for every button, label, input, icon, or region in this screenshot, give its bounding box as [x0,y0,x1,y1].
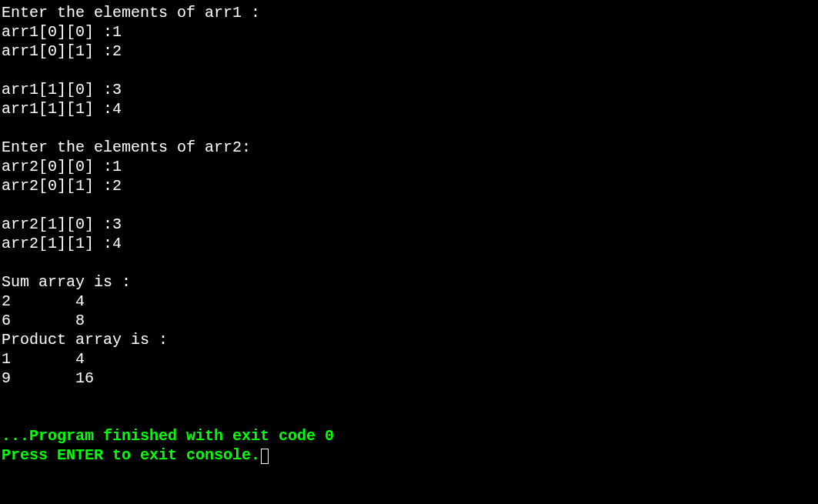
arr1-input-00: arr1[0][0] :1 [2,22,816,42]
arr1-input-10: arr1[1][0] :3 [2,80,816,99]
program-finished: ...Program finished with exit code 0 [2,426,816,446]
product-row-2: 9 16 [2,369,816,388]
press-enter-prompt[interactable]: Press ENTER to exit console. [2,446,816,465]
sum-row-2: 6 8 [2,311,816,330]
arr1-input-01: arr1[0][1] :2 [2,42,816,61]
arr1-input-11: arr1[1][1] :4 [2,99,816,118]
prompt-arr2: Enter the elements of arr2: [2,138,816,157]
blank-line [2,388,816,407]
product-header: Product array is : [2,330,816,349]
arr2-input-11: arr2[1][1] :4 [2,234,816,253]
blank-line [2,253,816,272]
blank-line [2,61,816,80]
cursor-icon [261,449,269,464]
product-row-1: 1 4 [2,349,816,369]
sum-header: Sum array is : [2,272,816,292]
arr2-input-00: arr2[0][0] :1 [2,157,816,176]
sum-row-1: 2 4 [2,292,816,311]
blank-line [2,195,816,215]
blank-line [2,407,816,426]
press-enter-text: Press ENTER to exit console. [2,446,260,464]
arr2-input-10: arr2[1][0] :3 [2,215,816,234]
prompt-arr1: Enter the elements of arr1 : [2,3,816,22]
arr2-input-01: arr2[0][1] :2 [2,176,816,195]
blank-line [2,118,816,138]
